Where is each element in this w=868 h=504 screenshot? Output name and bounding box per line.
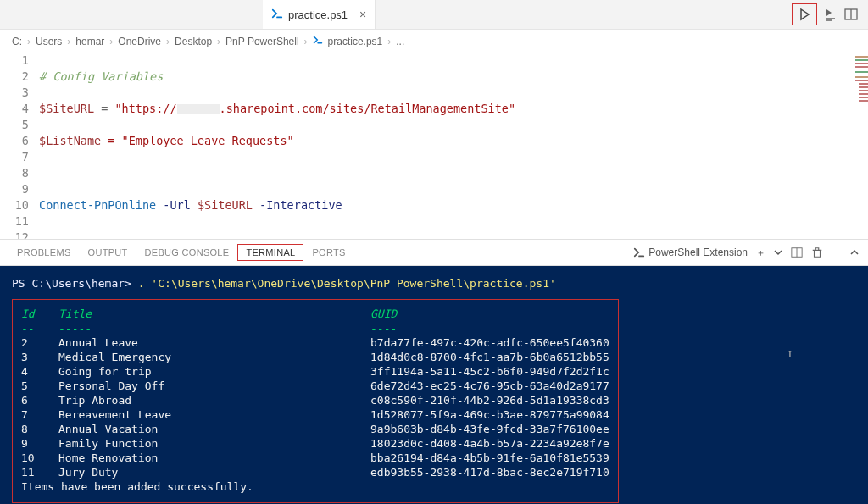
terminal-output-row: 11Jury Dutyedb93b55-2938-417d-8bac-8ec2e…: [21, 465, 609, 479]
tab-bar: practice.ps1 ×: [0, 0, 868, 30]
svg-rect-14: [859, 100, 868, 102]
minimap[interactable]: [852, 53, 868, 239]
terminal-shell-label: PowerShell Extension: [648, 246, 748, 258]
tab-bar-leading: [0, 0, 263, 29]
terminal-output-row: 3Medical Emergency1d84d0c8-8700-4fc1-aa7…: [21, 350, 609, 364]
terminal-output-row: 2Annual Leaveb7da77fe-497c-420c-adfc-650…: [21, 335, 609, 350]
line-gutter: 1234 5678 9101112: [0, 53, 39, 239]
code-editor[interactable]: 1234 5678 9101112 # Config Variables $Si…: [0, 53, 852, 239]
terminal[interactable]: PS C:\Users\hemar> . 'C:\Users\hemar\One…: [0, 266, 868, 504]
terminal-success-line: Items have been added successfully.: [21, 479, 609, 494]
breadcrumb-part[interactable]: C:: [12, 36, 22, 47]
terminal-output-row: 7Bereavement Leave1d528077-5f9a-469c-b3a…: [21, 407, 609, 422]
terminal-output-row: 4Going for trip3ff1194a-5a11-45c2-b6f0-9…: [21, 364, 609, 379]
split-terminal-icon[interactable]: [791, 246, 803, 258]
terminal-output-row: 5Personal Day Off6de72d43-ec25-4c76-95cb…: [21, 379, 609, 393]
breadcrumb[interactable]: C:› Users› hemar› OneDrive› Desktop› PnP…: [0, 30, 868, 53]
panel-tab-problems[interactable]: PROBLEMS: [8, 240, 80, 265]
terminal-shell-selector[interactable]: PowerShell Extension: [633, 246, 748, 258]
svg-rect-6: [855, 71, 868, 73]
editor-tab-label: practice.ps1: [288, 8, 348, 21]
panel-tab-debug-console[interactable]: DEBUG CONSOLE: [136, 240, 238, 265]
terminal-dropdown-icon[interactable]: [774, 248, 782, 257]
svg-rect-13: [859, 97, 868, 98]
svg-rect-4: [855, 63, 868, 64]
panel-more-icon[interactable]: ⋯: [832, 247, 841, 258]
breadcrumb-part[interactable]: PnP PowerShell: [225, 36, 299, 47]
terminal-output-row: 9Family Function18023d0c-d408-4a4b-b57a-…: [21, 436, 609, 451]
close-tab-icon[interactable]: ×: [359, 8, 366, 21]
panel-collapse-icon[interactable]: [849, 247, 860, 258]
svg-rect-7: [855, 76, 868, 78]
new-terminal-button[interactable]: ＋: [756, 246, 765, 259]
powershell-file-icon: [313, 35, 323, 47]
breadcrumb-part[interactable]: Users: [36, 36, 62, 47]
panel-tab-terminal[interactable]: TERMINAL: [237, 244, 303, 261]
panel-tab-output[interactable]: OUTPUT: [80, 240, 136, 265]
term-col-guid: GUID: [370, 307, 397, 321]
breadcrumb-trail: ...: [396, 36, 404, 47]
svg-rect-2: [855, 56, 868, 58]
editor-tab-practice[interactable]: practice.ps1 ×: [263, 0, 376, 29]
svg-rect-3: [855, 59, 868, 61]
svg-rect-8: [855, 80, 868, 81]
panel-tab-bar: PROBLEMS OUTPUT DEBUG CONSOLE TERMINAL P…: [0, 239, 868, 266]
breadcrumb-file[interactable]: practice.ps1: [328, 36, 383, 47]
svg-rect-10: [859, 86, 868, 88]
svg-rect-5: [855, 66, 868, 68]
terminal-output-box: Id Title GUID -- ----- ---- 2Annual Leav…: [12, 299, 619, 503]
run-selection-button[interactable]: [824, 8, 837, 21]
term-col-id: Id: [21, 307, 58, 321]
split-editor-icon[interactable]: [844, 8, 858, 21]
powershell-file-icon: [271, 8, 283, 22]
svg-rect-11: [859, 90, 868, 91]
code-content[interactable]: # Config Variables $SiteURL = "https://.…: [39, 53, 852, 239]
breadcrumb-part[interactable]: hemar: [75, 36, 104, 47]
svg-rect-12: [859, 93, 868, 95]
panel-tab-ports[interactable]: PORTS: [303, 240, 353, 265]
breadcrumb-part[interactable]: OneDrive: [118, 36, 161, 47]
run-script-button[interactable]: [792, 3, 817, 25]
svg-rect-9: [859, 83, 868, 85]
terminal-text-cursor: I: [788, 346, 792, 361]
terminal-output-row: 6Trip Abroadc08c590f-210f-44b2-926d-5d1a…: [21, 393, 609, 407]
terminal-prompt-line: PS C:\Users\hemar> . 'C:\Users\hemar\One…: [12, 276, 856, 291]
terminal-output-row: 10Home Renovationbba26194-d84a-4b5b-91fe…: [21, 451, 609, 465]
breadcrumb-part[interactable]: Desktop: [175, 36, 212, 47]
kill-terminal-icon[interactable]: [811, 246, 823, 258]
term-col-title: Title: [58, 307, 370, 321]
terminal-output-row: 8Annual Vacation9a9b603b-d84b-43fe-9fcd-…: [21, 422, 609, 436]
